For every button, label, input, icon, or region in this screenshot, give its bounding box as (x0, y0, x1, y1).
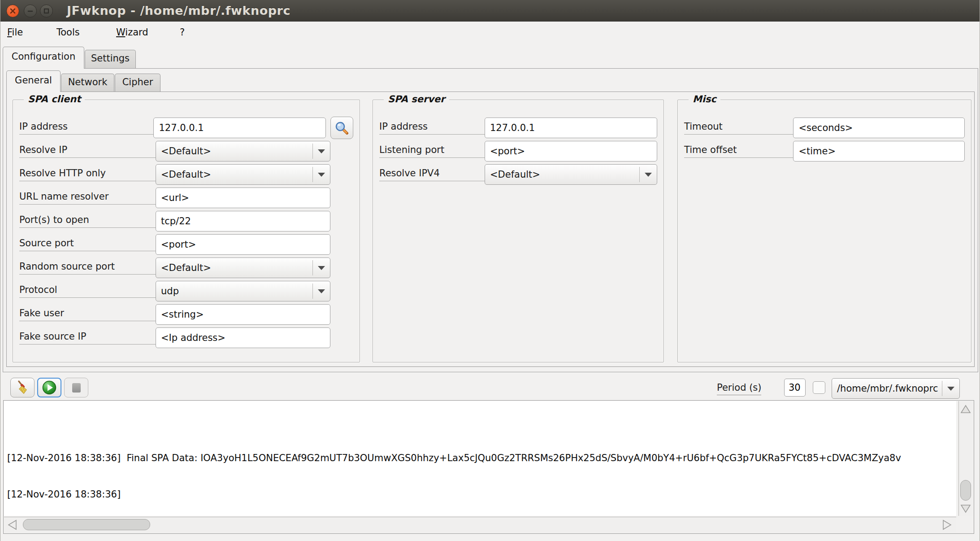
config-path-combo[interactable]: /home/mbr/.fwknoprc (832, 378, 960, 399)
fake-user-input[interactable] (156, 304, 330, 325)
maximize-window-button[interactable] (40, 4, 53, 17)
resolve-ip-combo[interactable]: <Default> (156, 141, 330, 161)
server-ip-address-input[interactable] (485, 118, 657, 138)
minimize-window-button[interactable] (24, 4, 37, 17)
ports-to-open-input[interactable] (156, 211, 330, 231)
field-row: Port(s) to open (19, 209, 353, 233)
field-row: URL name resolver (19, 186, 353, 209)
chevron-down-icon (313, 266, 330, 270)
tab-general[interactable]: General (6, 70, 61, 92)
timeout-label: Timeout (684, 121, 793, 135)
field-row: Random source port <Default> (19, 256, 353, 279)
client-ip-address-input[interactable] (153, 118, 325, 138)
run-knock-button[interactable] (37, 378, 61, 397)
scroll-right-icon[interactable] (940, 519, 954, 531)
timeout-input[interactable] (793, 118, 965, 138)
log-line: [12-Nov-2016 18:38:36] Final SPA Data: I… (7, 452, 954, 464)
field-row: Resolve HTTP only <Default> (19, 163, 353, 186)
jfwknop-window: JFwknop - /home/mbr/.fwknoprc File Tools… (0, 0, 980, 541)
stop-button[interactable] (64, 378, 88, 397)
tab-settings[interactable]: Settings (85, 50, 136, 68)
field-row: Protocol udp (19, 279, 353, 303)
search-icon (334, 121, 349, 135)
menu-tools[interactable]: Tools (56, 27, 80, 38)
misc-group: Misc Timeout Time offset (677, 100, 971, 362)
spa-server-group-title: SPA server (384, 94, 449, 105)
menu-wizard[interactable]: Wizard (116, 27, 148, 38)
client-ip-address-label: IP address (19, 121, 153, 135)
period-label: Period (s) (717, 382, 761, 395)
protocol-combo[interactable]: udp (156, 281, 330, 301)
minimize-icon (27, 8, 33, 14)
titlebar: JFwknop - /home/mbr/.fwknoprc (0, 0, 980, 22)
clear-log-button[interactable] (10, 378, 35, 397)
close-icon (10, 8, 16, 14)
chevron-down-icon (640, 173, 657, 177)
log-panel: [12-Nov-2016 18:38:36] [12-Nov-2016 18:3… (3, 400, 974, 534)
source-port-label: Source port (19, 238, 156, 251)
fake-source-ip-input[interactable] (156, 327, 330, 348)
fake-user-label: Fake user (19, 308, 156, 321)
menu-help[interactable]: ? (180, 27, 185, 38)
toolbar: Period (s) /home/mbr/.fwknoprc (0, 372, 980, 400)
vertical-scroll-thumb[interactable] (960, 480, 971, 501)
random-source-port-combo[interactable]: <Default> (156, 257, 330, 278)
broom-icon (15, 380, 30, 395)
field-row: IP address (379, 116, 657, 140)
field-row: Timeout (684, 116, 965, 140)
spa-server-group: SPA server IP address Listening port Res… (373, 100, 664, 362)
horizontal-scrollbar[interactable] (4, 517, 956, 532)
play-icon (41, 380, 57, 396)
chevron-down-icon (313, 173, 330, 177)
time-offset-input[interactable] (793, 141, 965, 161)
field-row: Resolve IPV4 <Default> (379, 163, 657, 186)
scroll-down-icon[interactable] (960, 502, 971, 515)
ip-lookup-button[interactable] (330, 117, 353, 139)
horizontal-scroll-thumb[interactable] (23, 519, 150, 530)
listening-port-input[interactable] (485, 141, 657, 161)
field-row: Source port (19, 233, 353, 256)
vertical-scrollbar[interactable] (958, 401, 972, 516)
tab-cipher[interactable]: Cipher (115, 74, 160, 92)
log-line: [12-Nov-2016 18:38:36] (7, 489, 954, 501)
log-line-clipped: [12-Nov-2016 18:38:36] (7, 425, 954, 428)
tab-network[interactable]: Network (61, 74, 114, 92)
resolve-ipv4-label: Resolve IPV4 (379, 168, 485, 181)
misc-group-title: Misc (689, 94, 720, 105)
chevron-down-icon (313, 289, 330, 293)
stop-icon (72, 383, 81, 393)
spa-client-group: SPA client IP address Resolve IP <Defaul… (13, 100, 360, 362)
window-bottom-edge (0, 534, 980, 541)
field-row: Fake source IP (19, 326, 353, 349)
resolve-http-only-label: Resolve HTTP only (19, 168, 156, 181)
field-row: IP address (19, 116, 353, 140)
period-input[interactable] (784, 379, 806, 397)
window-title: JFwknop - /home/mbr/.fwknoprc (67, 4, 291, 17)
time-offset-label: Time offset (684, 144, 793, 158)
resolve-http-only-combo[interactable]: <Default> (156, 164, 330, 185)
field-row: Fake user (19, 303, 353, 326)
maximize-icon (43, 8, 49, 14)
field-row: Resolve IP <Default> (19, 140, 353, 163)
spa-client-group-title: SPA client (24, 94, 85, 105)
chevron-down-icon (313, 149, 330, 153)
ports-to-open-label: Port(s) to open (19, 214, 156, 228)
resolve-ip-label: Resolve IP (19, 144, 156, 158)
menu-file[interactable]: File (7, 27, 23, 38)
periodic-send-checkbox[interactable] (813, 381, 825, 394)
url-name-resolver-label: URL name resolver (19, 191, 156, 205)
resolve-ipv4-combo[interactable]: <Default> (485, 164, 657, 185)
tab-configuration[interactable]: Configuration (3, 47, 84, 69)
protocol-label: Protocol (19, 284, 156, 298)
menubar: File Tools Wizard ? (0, 22, 980, 45)
scroll-left-icon[interactable] (6, 519, 19, 531)
source-port-input[interactable] (156, 234, 330, 255)
scroll-up-icon[interactable] (960, 403, 971, 415)
fake-source-ip-label: Fake source IP (19, 331, 156, 345)
listening-port-label: Listening port (379, 144, 485, 158)
close-window-button[interactable] (6, 4, 19, 17)
log-output[interactable]: [12-Nov-2016 18:38:36] [12-Nov-2016 18:3… (4, 401, 956, 516)
server-ip-address-label: IP address (379, 121, 485, 135)
chevron-down-icon (942, 387, 959, 391)
url-name-resolver-input[interactable] (156, 188, 330, 208)
